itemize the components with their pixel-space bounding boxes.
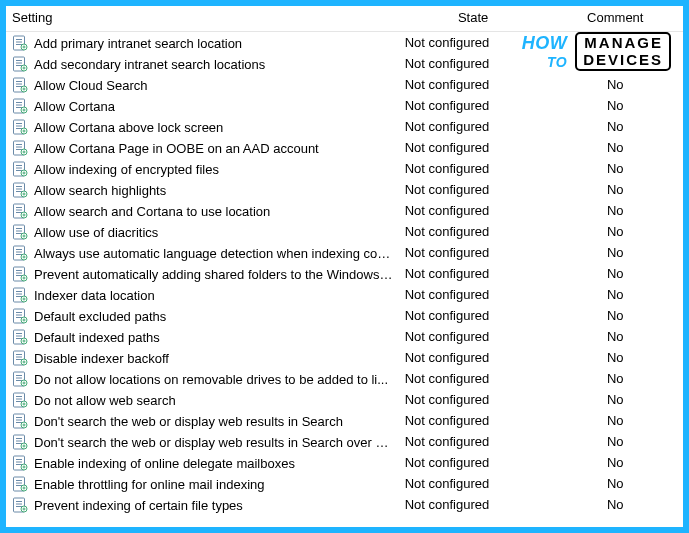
policy-setting-icon — [12, 246, 34, 261]
setting-label: Allow Cloud Search — [34, 78, 147, 93]
table-row[interactable]: Enable indexing of online delegate mailb… — [6, 452, 683, 473]
cell-comment: No — [548, 473, 683, 494]
setting-label: Do not allow locations on removable driv… — [34, 372, 388, 387]
table-row[interactable]: Allow search and Cortana to use location… — [6, 200, 683, 221]
setting-label: Do not allow web search — [34, 393, 176, 408]
table-row[interactable]: Allow search highlightsNot configuredNo — [6, 179, 683, 200]
policy-setting-icon — [12, 435, 34, 450]
cell-setting: Allow indexing of encrypted files — [6, 158, 399, 179]
cell-comment: No — [548, 158, 683, 179]
table-row[interactable]: Allow Cloud SearchNot configuredNo — [6, 74, 683, 95]
cell-comment: No — [548, 452, 683, 473]
policy-setting-icon — [12, 477, 34, 492]
table-row[interactable]: Allow use of diacriticsNot configuredNo — [6, 221, 683, 242]
setting-label: Enable throttling for online mail indexi… — [34, 477, 265, 492]
cell-state: Not configured — [399, 368, 548, 389]
table-row[interactable]: Do not allow web searchNot configuredNo — [6, 389, 683, 410]
cell-setting: Add secondary intranet search locations — [6, 53, 399, 74]
table-row[interactable]: Prevent indexing of certain file typesNo… — [6, 494, 683, 515]
cell-setting: Prevent automatically adding shared fold… — [6, 263, 399, 284]
cell-state: Not configured — [399, 179, 548, 200]
cell-setting: Indexer data location — [6, 284, 399, 305]
cell-state: Not configured — [399, 158, 548, 179]
table-row[interactable]: Add primary intranet search locationNot … — [6, 32, 683, 54]
policy-setting-icon — [12, 288, 34, 303]
cell-setting: Always use automatic language detection … — [6, 242, 399, 263]
cell-comment: No — [548, 74, 683, 95]
table-row[interactable]: Do not allow locations on removable driv… — [6, 368, 683, 389]
cell-state: Not configured — [399, 74, 548, 95]
cell-state: Not configured — [399, 305, 548, 326]
cell-setting: Disable indexer backoff — [6, 347, 399, 368]
setting-label: Allow search and Cortana to use location — [34, 204, 270, 219]
table-row[interactable]: Always use automatic language detection … — [6, 242, 683, 263]
setting-label: Always use automatic language detection … — [34, 246, 395, 261]
policy-setting-icon — [12, 498, 34, 513]
table-row[interactable]: Don't search the web or display web resu… — [6, 431, 683, 452]
cell-setting: Allow use of diacritics — [6, 221, 399, 242]
cell-setting: Don't search the web or display web resu… — [6, 410, 399, 431]
cell-state: Not configured — [399, 410, 548, 431]
table-row[interactable]: Default excluded pathsNot configuredNo — [6, 305, 683, 326]
cell-comment: No — [548, 326, 683, 347]
setting-label: Add secondary intranet search locations — [34, 57, 265, 72]
cell-state: Not configured — [399, 53, 548, 74]
cell-comment: No — [548, 137, 683, 158]
table-row[interactable]: Allow CortanaNot configuredNo — [6, 95, 683, 116]
cell-setting: Default indexed paths — [6, 326, 399, 347]
table-row[interactable]: Add secondary intranet search locationsN… — [6, 53, 683, 74]
cell-setting: Don't search the web or display web resu… — [6, 431, 399, 452]
setting-label: Allow Cortana above lock screen — [34, 120, 223, 135]
table-row[interactable]: Don't search the web or display web resu… — [6, 410, 683, 431]
table-row[interactable]: Prevent automatically adding shared fold… — [6, 263, 683, 284]
cell-state: Not configured — [399, 200, 548, 221]
table-row[interactable]: Indexer data locationNot configuredNo — [6, 284, 683, 305]
column-header-state[interactable]: State — [399, 6, 548, 32]
cell-setting: Add primary intranet search location — [6, 32, 399, 54]
settings-table: Setting State Comment Add primary intran… — [6, 6, 683, 515]
table-row[interactable]: Enable throttling for online mail indexi… — [6, 473, 683, 494]
column-header-comment[interactable]: Comment — [548, 6, 683, 32]
cell-state: Not configured — [399, 326, 548, 347]
policy-setting-icon — [12, 372, 34, 387]
cell-state: Not configured — [399, 137, 548, 158]
setting-label: Disable indexer backoff — [34, 351, 169, 366]
policy-setting-icon — [12, 141, 34, 156]
policy-setting-icon — [12, 57, 34, 72]
cell-state: Not configured — [399, 95, 548, 116]
policy-setting-icon — [12, 120, 34, 135]
cell-state: Not configured — [399, 431, 548, 452]
setting-label: Prevent indexing of certain file types — [34, 498, 243, 513]
cell-comment: No — [548, 95, 683, 116]
policy-setting-icon — [12, 309, 34, 324]
policy-setting-icon — [12, 204, 34, 219]
cell-state: Not configured — [399, 473, 548, 494]
table-row[interactable]: Allow Cortana Page in OOBE on an AAD acc… — [6, 137, 683, 158]
column-header-setting[interactable]: Setting — [6, 6, 399, 32]
cell-comment: No — [548, 431, 683, 452]
cell-comment: No — [548, 368, 683, 389]
setting-label: Don't search the web or display web resu… — [34, 414, 343, 429]
setting-label: Default indexed paths — [34, 330, 160, 345]
table-row[interactable]: Allow indexing of encrypted filesNot con… — [6, 158, 683, 179]
table-row[interactable]: Disable indexer backoffNot configuredNo — [6, 347, 683, 368]
cell-setting: Allow Cloud Search — [6, 74, 399, 95]
policy-setting-icon — [12, 330, 34, 345]
cell-state: Not configured — [399, 263, 548, 284]
cell-comment: No — [548, 305, 683, 326]
cell-comment: No — [548, 284, 683, 305]
cell-comment: No — [548, 179, 683, 200]
cell-comment: No — [548, 221, 683, 242]
table-row[interactable]: Allow Cortana above lock screenNot confi… — [6, 116, 683, 137]
policy-setting-icon — [12, 99, 34, 114]
table-row[interactable]: Default indexed pathsNot configuredNo — [6, 326, 683, 347]
policy-setting-icon — [12, 225, 34, 240]
policy-setting-icon — [12, 162, 34, 177]
cell-setting: Prevent indexing of certain file types — [6, 494, 399, 515]
cell-setting: Allow Cortana Page in OOBE on an AAD acc… — [6, 137, 399, 158]
cell-comment: No — [548, 200, 683, 221]
cell-comment: No — [548, 410, 683, 431]
cell-state: Not configured — [399, 284, 548, 305]
setting-label: Allow indexing of encrypted files — [34, 162, 219, 177]
setting-label: Add primary intranet search location — [34, 36, 242, 51]
